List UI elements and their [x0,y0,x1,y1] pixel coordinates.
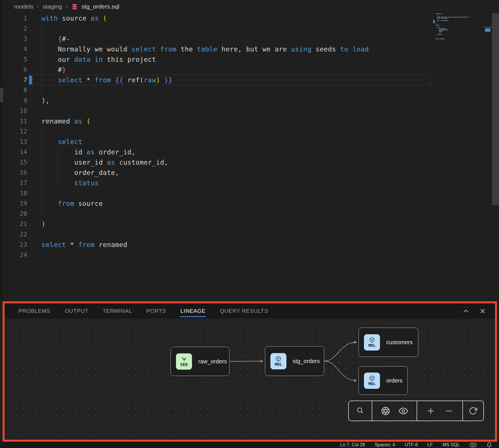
visibility-button[interactable] [399,406,408,416]
badge-label: MDL [368,343,375,348]
code-line[interactable]: 13 select [3,137,433,147]
lineage-node-stg_orders[interactable]: MDLstg_orders [265,346,324,376]
tab-lineage[interactable]: LINEAGE [180,308,205,314]
code-line[interactable]: 14 id as order_id, [3,147,433,157]
search-icon [356,406,365,415]
zoom-out-button[interactable] [444,406,454,416]
gutter-line-number: 14 [3,147,27,157]
minimap-line [435,25,440,25]
code-text: our data in this project [41,54,156,65]
code-text: {#- [41,34,70,44]
minimap-line [435,29,448,30]
code-line[interactable]: 22 [3,229,433,240]
lineage-node-customers[interactable]: MDLcustomers [359,328,418,357]
code-line[interactable]: 1with source as ( [3,13,433,23]
lineage-edge-stg_orders-to-customers [324,342,356,361]
code-line[interactable]: 23select * from renamed [3,240,433,250]
model-badge: MDL [364,373,380,389]
code-text: with source as ( [41,13,107,23]
code-line[interactable]: 16 order_date, [3,168,433,178]
minimap-line [435,23,436,23]
collapse-panel-button[interactable] [462,307,470,315]
lineage-node-raw_orders[interactable]: SEDraw_orders [171,347,229,376]
code-line[interactable]: 3 {#- [3,34,433,44]
statusbar-ms-sql[interactable]: MS SQL [443,442,460,447]
lineage-edge-stg_orders-to-orders [324,361,356,381]
breadcrumb-item-models[interactable]: models [14,3,33,10]
statusbar-utf-8[interactable]: UTF-8 [405,442,418,447]
minimap-line [435,39,444,39]
gutter-line-number: 12 [3,126,27,137]
minimap[interactable] [435,13,490,48]
sprout-icon [181,356,187,362]
gutter-line-number: 18 [3,188,27,198]
tab-output[interactable]: OUTPUT [65,308,88,314]
gutter-line-number: 6 [3,65,27,75]
minimap-line [435,31,443,31]
code-text: #} [41,65,66,75]
tab-ports[interactable]: PORTS [146,308,166,314]
chevron-up-icon [462,307,470,315]
plus-icon [426,406,435,416]
breadcrumb-file[interactable]: stg_orders.sql [82,3,119,10]
code-text: Normally we would select from the table … [41,44,369,54]
code-line[interactable]: 17 status [3,178,433,188]
code-text: ) [41,219,45,229]
search-button[interactable] [356,406,365,415]
code-line[interactable]: 6 #} [3,65,433,75]
tab-problems[interactable]: PROBLEMS [18,308,50,314]
node-label: stg_orders [293,358,320,365]
code-editor[interactable]: 1with source as (23 {#-4 Normally we wou… [3,13,433,260]
tab-terminal[interactable]: TERMINAL [103,308,132,314]
editor-scrollbar[interactable] [492,13,499,205]
code-line[interactable]: 11renamed as ( [3,116,433,126]
gutter-line-number: 19 [3,198,27,209]
gutter-line-number: 8 [3,85,27,95]
close-panel-button[interactable] [479,307,486,315]
aperture-button[interactable] [381,407,390,415]
code-line[interactable]: 7 select * from {{ ref(raw) }} [3,75,433,85]
gutter-line-number: 4 [3,44,27,54]
code-text: status [41,178,99,188]
node-label: customers [386,339,413,346]
lineage-canvas[interactable]: SEDraw_ordersMDLstg_ordersMDLcustomersMD… [5,318,495,440]
minimap-line [435,17,469,17]
statusbar-spaces-4[interactable]: Spaces: 4 [375,442,395,447]
copilot-button[interactable] [470,442,477,448]
refresh-button[interactable] [469,407,477,415]
code-line[interactable]: 10 [3,106,433,116]
code-line[interactable]: 12 [3,126,433,137]
code-line[interactable]: 24 [3,250,433,260]
code-line[interactable]: 15 user_id as customer_id, [3,157,433,168]
cube-icon [369,337,375,343]
badge-label: MDL [275,362,282,367]
code-line[interactable]: 19 from source [3,198,433,209]
indent-guide [41,126,42,219]
code-line[interactable]: 4 Normally we would select from the tabl… [3,44,433,54]
bottom-panel-highlighted: PROBLEMSOUTPUTTERMINALPORTSLINEAGEQUERY … [3,301,497,442]
badge-label: SED [180,362,187,367]
code-line[interactable]: 8 [3,85,433,95]
code-line[interactable]: 18 [3,188,433,198]
breadcrumb-item-staging[interactable]: staging [43,3,62,10]
lineage-node-orders[interactable]: MDLorders [359,366,408,395]
left-scrollbar-thumb[interactable] [0,88,3,102]
code-line[interactable]: 5 our data in this project [3,54,433,65]
code-text: order_date, [41,168,119,178]
statusbar-ln-7-col-29[interactable]: Ln 7, Col 29 [340,442,365,447]
node-label: raw_orders [198,358,227,365]
code-line[interactable]: 2 [3,23,433,34]
statusbar-lf[interactable]: LF [427,442,433,447]
code-line[interactable]: 21) [3,219,433,229]
tab-query-results[interactable]: QUERY RESULTS [220,308,268,314]
left-edge-scrollbar[interactable] [0,0,3,301]
lineage-edges [5,318,495,440]
cube-icon [276,356,281,362]
notifications-button[interactable] [486,442,492,448]
code-line[interactable]: 9), [3,95,433,106]
code-line[interactable]: 20 [3,209,433,219]
panel-tab-bar: PROBLEMSOUTPUTTERMINALPORTSLINEAGEQUERY … [5,303,495,318]
indent-guide [41,23,42,95]
zoom-in-button[interactable] [426,406,435,416]
gutter-line-number: 24 [3,250,27,260]
